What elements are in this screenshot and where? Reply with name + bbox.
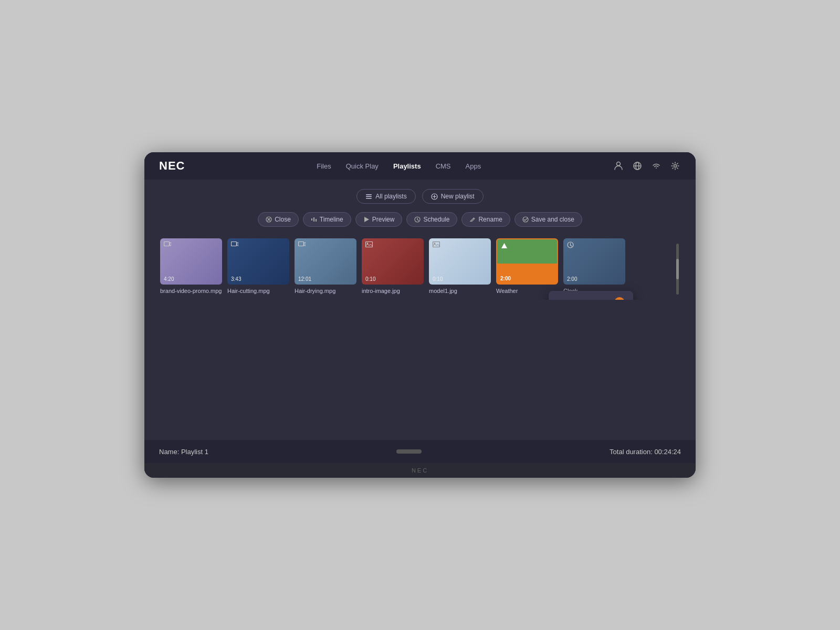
nav-links: Files Quick Play Playlists CMS Apps	[317, 162, 481, 170]
media-card-6[interactable]: 2:00 Clock	[563, 238, 625, 295]
video-icon-0	[164, 242, 171, 249]
media-card-0[interactable]: 4:20 brand-video-promo.mpg	[160, 238, 222, 295]
card-thumb-5: 2:00	[496, 238, 558, 285]
card-duration-2: 12:01	[298, 276, 311, 282]
svg-point-5	[674, 165, 677, 167]
tv-screen: NEC Files Quick Play Playlists CMS Apps	[144, 152, 696, 463]
timeline-icon	[311, 216, 317, 223]
media-card-3[interactable]: 0:10 intro-image.jpg	[362, 238, 424, 295]
bottom-bar: Name: Playlist 1 Total duration: 00:24:2…	[144, 440, 696, 463]
scroll-track[interactable]	[676, 244, 679, 295]
svg-marker-29	[304, 243, 306, 246]
svg-rect-32	[433, 242, 440, 247]
rename-icon	[469, 216, 476, 223]
nav-quickplay[interactable]: Quick Play	[346, 162, 379, 170]
svg-rect-30	[366, 242, 373, 247]
card-thumb-2: 12:01	[295, 238, 356, 285]
svg-rect-16	[313, 217, 314, 222]
all-playlists-button[interactable]: All playlists	[356, 189, 415, 204]
card-label-0: brand-video-promo.mpg	[160, 287, 222, 295]
ctx-switch-plus[interactable]: +	[614, 297, 625, 300]
footer-brand: NEC	[412, 467, 428, 474]
tv-monitor: NEC Files Quick Play Playlists CMS Apps	[144, 152, 696, 478]
plus-circle-icon	[431, 193, 438, 200]
brand-logo: NEC	[159, 159, 185, 173]
duration-bar-5: 2:00	[497, 273, 557, 284]
card-thumb-4: 0:10	[429, 238, 491, 285]
bottom-scrollbar[interactable]	[396, 449, 422, 454]
card-duration-6: 2:00	[567, 276, 577, 282]
card-thumb-0: 4:20	[160, 238, 222, 285]
nav-cms[interactable]: CMS	[436, 162, 451, 170]
video-icon-2	[298, 242, 306, 249]
globe-icon[interactable]	[632, 160, 643, 172]
svg-point-31	[367, 243, 368, 244]
save-close-button[interactable]: Save and close	[514, 212, 582, 227]
total-duration: Total duration: 00:24:24	[610, 448, 681, 456]
card-label-4: model1.jpg	[429, 287, 491, 295]
media-row-wrapper: 4:20 brand-video-promo.mpg 3:43 Hair-cut…	[160, 238, 680, 300]
schedule-icon	[414, 216, 421, 223]
card-thumb-6: 2:00	[563, 238, 625, 285]
media-card-4[interactable]: 0:10 model1.jpg	[429, 238, 491, 295]
arrow-up-icon-5	[501, 243, 508, 251]
nav-files[interactable]: Files	[317, 162, 331, 170]
svg-rect-7	[366, 196, 372, 197]
play-icon	[363, 216, 370, 223]
toolbar: Close Timeline Preview Schedule Rename	[258, 212, 582, 227]
svg-marker-25	[170, 243, 171, 246]
rename-button[interactable]: Rename	[461, 212, 510, 227]
new-playlist-button[interactable]: New playlist	[422, 189, 484, 204]
main-content: All playlists New playlist Close Timelin…	[144, 180, 696, 440]
svg-rect-8	[366, 198, 372, 199]
person-icon[interactable]	[613, 160, 624, 172]
svg-rect-17	[316, 219, 317, 222]
svg-point-0	[617, 162, 621, 166]
card-label-2: Hair-drying.mpg	[295, 287, 356, 295]
image-icon-3	[365, 242, 373, 249]
ctx-switch-item[interactable]: Switch item +	[549, 293, 633, 300]
tv-bezel: NEC	[144, 463, 696, 478]
svg-rect-28	[299, 242, 304, 246]
close-icon	[266, 216, 272, 223]
svg-rect-24	[164, 242, 170, 246]
scroll-thumb	[676, 259, 679, 279]
svg-rect-15	[311, 218, 312, 220]
card-duration-0: 4:20	[164, 276, 174, 282]
playlist-top-buttons: All playlists New playlist	[356, 189, 483, 204]
schedule-button[interactable]: Schedule	[406, 212, 457, 227]
timeline-button[interactable]: Timeline	[303, 212, 351, 227]
svg-marker-34	[501, 243, 507, 248]
card-thumb-3: 0:10	[362, 238, 424, 285]
wifi-icon[interactable]	[650, 160, 662, 172]
media-card-1[interactable]: 3:43 Hair-cutting.mpg	[227, 238, 289, 295]
context-menu: Switch item + Duration 03:00 − Reo	[549, 291, 633, 300]
close-button[interactable]: Close	[258, 212, 299, 227]
nav-icons	[613, 160, 681, 172]
nav-bar: NEC Files Quick Play Playlists CMS Apps	[144, 152, 696, 180]
video-icon-1	[231, 242, 238, 249]
gear-icon[interactable]	[669, 160, 681, 172]
svg-rect-6	[366, 194, 372, 195]
image-icon-4	[433, 242, 440, 249]
card-duration-4: 0:10	[433, 276, 443, 282]
playlist-name-label: Name: Playlist 1	[159, 448, 208, 456]
svg-point-33	[434, 243, 435, 244]
card-label-1: Hair-cutting.mpg	[227, 287, 289, 295]
svg-point-4	[656, 167, 657, 169]
list-icon	[365, 193, 372, 200]
svg-marker-27	[237, 243, 238, 246]
media-card-2[interactable]: 12:01 Hair-drying.mpg	[295, 238, 356, 295]
media-card-5[interactable]: 2:00 Weather	[496, 238, 558, 295]
card-label-3: intro-image.jpg	[362, 287, 424, 295]
preview-button[interactable]: Preview	[355, 212, 403, 227]
save-icon	[522, 216, 529, 223]
clock-icon-6	[567, 242, 574, 250]
nav-apps[interactable]: Apps	[466, 162, 481, 170]
card-thumb-1: 3:43	[227, 238, 289, 285]
svg-marker-18	[364, 217, 369, 222]
nav-playlists[interactable]: Playlists	[393, 162, 421, 170]
svg-line-37	[571, 245, 572, 246]
card-duration-1: 3:43	[231, 276, 241, 282]
svg-line-21	[417, 220, 419, 221]
